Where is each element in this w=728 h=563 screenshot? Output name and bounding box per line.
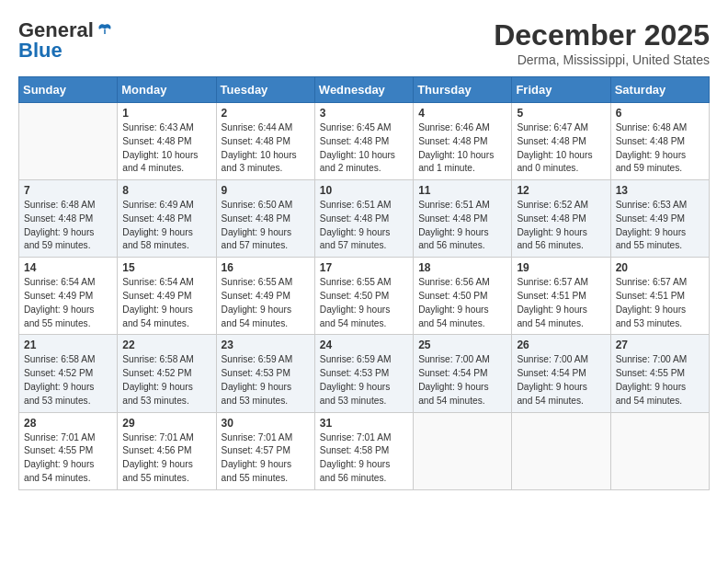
calendar-cell: 3Sunrise: 6:45 AMSunset: 4:48 PMDaylight…	[314, 103, 413, 180]
day-info: Sunrise: 6:47 AMSunset: 4:48 PMDaylight:…	[517, 121, 605, 176]
calendar-cell: 11Sunrise: 6:51 AMSunset: 4:48 PMDayligh…	[414, 180, 512, 258]
day-number: 20	[616, 261, 704, 274]
day-info: Sunrise: 6:51 AMSunset: 4:48 PMDaylight:…	[418, 199, 506, 253]
day-info: Sunrise: 7:01 AMSunset: 4:57 PMDaylight:…	[222, 431, 310, 486]
calendar-cell	[19, 103, 118, 180]
logo-blue: Blue	[18, 39, 63, 63]
calendar-week-row: 1Sunrise: 6:43 AMSunset: 4:48 PMDaylight…	[19, 103, 710, 180]
calendar-cell: 8Sunrise: 6:49 AMSunset: 4:48 PMDaylight…	[118, 180, 216, 258]
day-info: Sunrise: 6:55 AMSunset: 4:50 PMDaylight:…	[320, 276, 408, 330]
calendar-cell: 24Sunrise: 6:59 AMSunset: 4:53 PMDayligh…	[314, 335, 413, 412]
day-info: Sunrise: 6:59 AMSunset: 4:53 PMDaylight:…	[222, 353, 310, 408]
calendar-cell: 12Sunrise: 6:52 AMSunset: 4:48 PMDayligh…	[512, 180, 610, 258]
calendar-cell: 6Sunrise: 6:48 AMSunset: 4:48 PMDaylight…	[610, 103, 709, 180]
calendar-week-row: 7Sunrise: 6:48 AMSunset: 4:48 PMDaylight…	[19, 180, 710, 258]
calendar-cell	[512, 412, 610, 489]
day-number: 22	[122, 339, 210, 351]
day-info: Sunrise: 6:45 AMSunset: 4:48 PMDaylight:…	[320, 121, 408, 176]
day-info: Sunrise: 6:54 AMSunset: 4:49 PMDaylight:…	[24, 276, 112, 330]
calendar-cell: 9Sunrise: 6:50 AMSunset: 4:48 PMDaylight…	[216, 180, 314, 258]
day-number: 16	[222, 261, 310, 274]
weekday-header-wednesday: Wednesday	[314, 77, 413, 103]
calendar-week-row: 14Sunrise: 6:54 AMSunset: 4:49 PMDayligh…	[19, 258, 710, 335]
day-info: Sunrise: 6:55 AMSunset: 4:49 PMDaylight:…	[222, 276, 310, 330]
calendar-cell: 17Sunrise: 6:55 AMSunset: 4:50 PMDayligh…	[314, 258, 413, 335]
day-info: Sunrise: 7:00 AMSunset: 4:54 PMDaylight:…	[418, 353, 506, 408]
day-info: Sunrise: 6:57 AMSunset: 4:51 PMDaylight:…	[517, 276, 605, 330]
day-number: 24	[320, 339, 408, 351]
calendar-cell: 25Sunrise: 7:00 AMSunset: 4:54 PMDayligh…	[414, 335, 512, 412]
day-info: Sunrise: 7:01 AMSunset: 4:58 PMDaylight:…	[320, 431, 408, 486]
weekday-header-monday: Monday	[118, 77, 216, 103]
calendar-week-row: 21Sunrise: 6:58 AMSunset: 4:52 PMDayligh…	[19, 335, 710, 412]
calendar-cell: 2Sunrise: 6:44 AMSunset: 4:48 PMDaylight…	[216, 103, 314, 180]
calendar-week-row: 28Sunrise: 7:01 AMSunset: 4:55 PMDayligh…	[19, 412, 710, 489]
day-info: Sunrise: 6:51 AMSunset: 4:48 PMDaylight:…	[320, 199, 408, 253]
calendar-cell: 20Sunrise: 6:57 AMSunset: 4:51 PMDayligh…	[610, 258, 709, 335]
calendar-cell: 21Sunrise: 6:58 AMSunset: 4:52 PMDayligh…	[19, 335, 118, 412]
location: Derma, Mississippi, United States	[494, 52, 710, 67]
day-number: 5	[517, 107, 605, 120]
day-number: 27	[616, 339, 704, 351]
day-info: Sunrise: 7:00 AMSunset: 4:55 PMDaylight:…	[616, 353, 704, 408]
calendar-cell: 26Sunrise: 7:00 AMSunset: 4:54 PMDayligh…	[512, 335, 610, 412]
calendar-cell: 23Sunrise: 6:59 AMSunset: 4:53 PMDayligh…	[216, 335, 314, 412]
calendar-cell: 10Sunrise: 6:51 AMSunset: 4:48 PMDayligh…	[314, 180, 413, 258]
day-number: 4	[418, 107, 506, 120]
day-info: Sunrise: 7:00 AMSunset: 4:54 PMDaylight:…	[517, 353, 605, 408]
logo-bird-icon	[96, 21, 114, 40]
calendar-cell: 30Sunrise: 7:01 AMSunset: 4:57 PMDayligh…	[216, 412, 314, 489]
day-info: Sunrise: 6:58 AMSunset: 4:52 PMDaylight:…	[24, 353, 112, 408]
calendar-cell: 5Sunrise: 6:47 AMSunset: 4:48 PMDaylight…	[512, 103, 610, 180]
calendar-cell: 29Sunrise: 7:01 AMSunset: 4:56 PMDayligh…	[118, 412, 216, 489]
day-number: 13	[616, 184, 704, 197]
day-number: 29	[122, 417, 210, 430]
day-number: 31	[320, 417, 408, 430]
day-info: Sunrise: 6:48 AMSunset: 4:48 PMDaylight:…	[616, 121, 704, 176]
day-number: 2	[222, 107, 310, 120]
calendar-cell: 13Sunrise: 6:53 AMSunset: 4:49 PMDayligh…	[610, 180, 709, 258]
day-info: Sunrise: 6:50 AMSunset: 4:48 PMDaylight:…	[222, 199, 310, 253]
day-number: 1	[122, 107, 210, 120]
day-number: 23	[222, 339, 310, 351]
day-info: Sunrise: 7:01 AMSunset: 4:56 PMDaylight:…	[122, 431, 210, 486]
day-info: Sunrise: 6:46 AMSunset: 4:48 PMDaylight:…	[418, 121, 506, 176]
day-info: Sunrise: 6:52 AMSunset: 4:48 PMDaylight:…	[517, 199, 605, 253]
day-number: 18	[418, 261, 506, 274]
day-number: 26	[517, 339, 605, 351]
weekday-header-saturday: Saturday	[610, 77, 709, 103]
calendar-cell: 14Sunrise: 6:54 AMSunset: 4:49 PMDayligh…	[19, 258, 118, 335]
calendar-cell: 4Sunrise: 6:46 AMSunset: 4:48 PMDaylight…	[414, 103, 512, 180]
day-info: Sunrise: 6:57 AMSunset: 4:51 PMDaylight:…	[616, 276, 704, 330]
calendar-cell	[610, 412, 709, 489]
calendar-cell: 31Sunrise: 7:01 AMSunset: 4:58 PMDayligh…	[314, 412, 413, 489]
day-number: 17	[320, 261, 408, 274]
day-info: Sunrise: 6:54 AMSunset: 4:49 PMDaylight:…	[122, 276, 210, 330]
day-number: 8	[122, 184, 210, 197]
day-number: 21	[24, 339, 112, 351]
day-info: Sunrise: 6:56 AMSunset: 4:50 PMDaylight:…	[418, 276, 506, 330]
calendar-cell: 28Sunrise: 7:01 AMSunset: 4:55 PMDayligh…	[19, 412, 118, 489]
day-info: Sunrise: 6:58 AMSunset: 4:52 PMDaylight:…	[122, 353, 210, 408]
weekday-header-friday: Friday	[512, 77, 610, 103]
calendar-cell	[414, 412, 512, 489]
title-area: December 2025 Derma, Mississippi, United…	[494, 18, 710, 67]
day-number: 28	[24, 417, 112, 430]
calendar-cell: 27Sunrise: 7:00 AMSunset: 4:55 PMDayligh…	[610, 335, 709, 412]
calendar-cell: 16Sunrise: 6:55 AMSunset: 4:49 PMDayligh…	[216, 258, 314, 335]
calendar-table: SundayMondayTuesdayWednesdayThursdayFrid…	[18, 76, 710, 490]
page-header: General Blue December 2025 Derma, Missis…	[18, 18, 710, 67]
day-number: 3	[320, 107, 408, 120]
day-number: 25	[418, 339, 506, 351]
calendar-cell: 7Sunrise: 6:48 AMSunset: 4:48 PMDaylight…	[19, 180, 118, 258]
day-number: 7	[24, 184, 112, 197]
day-info: Sunrise: 7:01 AMSunset: 4:55 PMDaylight:…	[24, 431, 112, 486]
day-number: 6	[616, 107, 704, 120]
day-number: 19	[517, 261, 605, 274]
day-number: 12	[517, 184, 605, 197]
day-info: Sunrise: 6:43 AMSunset: 4:48 PMDaylight:…	[122, 121, 210, 176]
day-number: 14	[24, 261, 112, 274]
day-info: Sunrise: 6:48 AMSunset: 4:48 PMDaylight:…	[24, 199, 112, 253]
weekday-header-row: SundayMondayTuesdayWednesdayThursdayFrid…	[19, 77, 710, 103]
weekday-header-sunday: Sunday	[19, 77, 118, 103]
